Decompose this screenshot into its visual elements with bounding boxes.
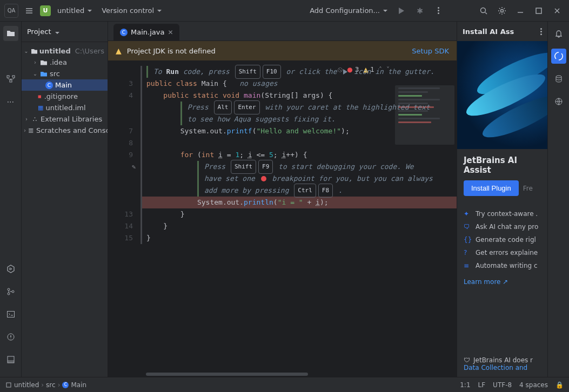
- ai-assistant-panel: Install AI Ass JetBrains AI Assist Insta…: [457, 22, 547, 377]
- notifications-icon[interactable]: [551, 26, 566, 41]
- warning-icon: ▲: [116, 46, 122, 55]
- tree-idea[interactable]: › .idea: [22, 57, 108, 68]
- settings-icon[interactable]: [494, 3, 510, 18]
- structure-icon[interactable]: [3, 71, 18, 86]
- debug-icon[interactable]: ✱: [412, 3, 427, 18]
- code[interactable]: To Run code, press ShiftF10 or click the…: [140, 60, 457, 377]
- tree-main[interactable]: C Main: [22, 79, 108, 91]
- svg-rect-3: [7, 76, 9, 78]
- editor-tabbar: C Main.java ✕: [108, 22, 457, 41]
- tab-label: Main.java: [131, 28, 164, 36]
- jdk-warning-banner: ▲ Project JDK is not defined Setup SDK: [108, 41, 457, 60]
- setup-sdk-link[interactable]: Setup SDK: [412, 47, 449, 55]
- project-tree: ⌄ untitled C:\Users › .idea ⌄ src C Main…: [22, 42, 108, 139]
- tree-gitignore[interactable]: ◆ .gitignore: [22, 91, 108, 102]
- encoding[interactable]: UTF-8: [493, 381, 512, 389]
- banner-text: Project JDK is not defined: [127, 47, 216, 55]
- ai-feature-4[interactable]: ?Get errors explaine: [464, 249, 541, 256]
- editor-area: C Main.java ✕ ▲ Project JDK is not defin…: [108, 22, 457, 377]
- search-icon[interactable]: [476, 3, 491, 18]
- svg-rect-12: [8, 360, 14, 363]
- project-badge: U: [40, 5, 51, 16]
- editor-body[interactable]: ⦸ ● 3 ▲ 1 ˄ ˅ 3 4 7 8 9 ✎: [108, 60, 457, 377]
- tree-root[interactable]: ⌄ untitled C:\Users: [22, 45, 108, 57]
- ai-options-icon[interactable]: [540, 28, 542, 35]
- main-menu-icon[interactable]: [22, 3, 37, 18]
- svg-point-13: [556, 76, 561, 78]
- svg-rect-15: [6, 383, 11, 387]
- svg-rect-5: [10, 80, 12, 82]
- vcs-dropdown[interactable]: Version control: [98, 4, 165, 17]
- services-icon[interactable]: [3, 261, 18, 276]
- ai-footer: 🛡JetBrains AI does r Data Collection and: [457, 351, 547, 377]
- learn-more-link[interactable]: Learn more ↗: [464, 278, 541, 286]
- breadcrumb[interactable]: untitled› src› C Main: [5, 381, 86, 389]
- project-view-icon[interactable]: [3, 26, 18, 41]
- project-panel-header[interactable]: Project: [22, 22, 108, 42]
- database-icon[interactable]: [551, 71, 566, 86]
- ai-feature-3[interactable]: {}Generate code rigl: [464, 236, 541, 244]
- pencil-icon[interactable]: ✎: [132, 161, 136, 173]
- svg-point-8: [12, 290, 14, 293]
- more-tools-icon[interactable]: ⋯: [3, 94, 18, 109]
- ai-header-title: Install AI Ass: [463, 28, 514, 36]
- close-window-icon[interactable]: [550, 3, 565, 18]
- project-panel: Project ⌄ untitled C:\Users › .idea ⌄ sr…: [22, 22, 108, 377]
- tab-close-icon[interactable]: ✕: [168, 29, 173, 36]
- horizontal-scrollbar[interactable]: [108, 371, 457, 377]
- data-collection-link[interactable]: Data Collection and: [464, 364, 527, 371]
- svg-point-7: [8, 293, 10, 295]
- app-logo: QA: [4, 4, 18, 18]
- indent[interactable]: 4 spaces: [519, 381, 548, 389]
- maximize-window-icon[interactable]: [531, 3, 546, 18]
- ai-title: JetBrains AI Assist: [464, 156, 541, 175]
- top-toolbar: QA U untitled Version control Add Config…: [0, 0, 569, 22]
- tree-ext-libs[interactable]: › ⛬ External Libraries: [22, 113, 108, 125]
- problems-icon[interactable]: [3, 329, 18, 344]
- caret-position[interactable]: 1:1: [460, 381, 470, 389]
- project-dropdown[interactable]: untitled: [54, 4, 95, 17]
- svg-rect-2: [536, 8, 541, 13]
- more-actions-icon[interactable]: [431, 3, 446, 18]
- free-label: Fre: [523, 185, 533, 192]
- readonly-lock-icon[interactable]: 🔒: [555, 381, 564, 389]
- svg-rect-4: [12, 76, 15, 78]
- vcs-icon[interactable]: [3, 284, 18, 299]
- ai-swirl-icon[interactable]: [551, 49, 566, 64]
- run-icon[interactable]: [394, 3, 409, 18]
- editor-tab-main[interactable]: C Main.java ✕: [113, 24, 179, 40]
- line-sep[interactable]: LF: [478, 381, 486, 389]
- svg-rect-9: [7, 312, 14, 317]
- ai-feature-5[interactable]: ≡Automate writing c: [464, 262, 541, 269]
- tree-iml[interactable]: ▦ untitled.iml: [22, 102, 108, 113]
- bottom-tool-icon[interactable]: [3, 352, 18, 367]
- minimize-window-icon[interactable]: [513, 3, 528, 18]
- svg-point-1: [501, 9, 504, 12]
- tree-scratches[interactable]: › ≣ Scratches and Consoles: [22, 125, 108, 136]
- ai-hero-image: [457, 41, 547, 149]
- svg-point-0: [481, 8, 486, 12]
- right-tool-rail: [547, 22, 569, 377]
- run-config-dropdown[interactable]: Add Configuration...: [306, 4, 391, 17]
- svg-point-6: [8, 288, 10, 290]
- ai-feature-2[interactable]: 🗨Ask AI chat any pro: [464, 223, 541, 231]
- terminal-icon[interactable]: [3, 307, 18, 322]
- globe-icon[interactable]: [551, 94, 566, 109]
- ai-feature-1[interactable]: ✦Try context-aware .: [464, 210, 541, 218]
- tree-src[interactable]: ⌄ src: [22, 68, 108, 79]
- gutter[interactable]: 3 4 7 8 9 ✎ 13 14 15: [108, 60, 140, 377]
- install-plugin-button[interactable]: Install Plugin: [464, 180, 519, 196]
- status-bar: untitled› src› C Main 1:1 LF UTF-8 4 spa…: [0, 377, 569, 392]
- breakpoint[interactable]: [108, 197, 133, 208]
- left-tool-rail: ⋯: [0, 22, 22, 377]
